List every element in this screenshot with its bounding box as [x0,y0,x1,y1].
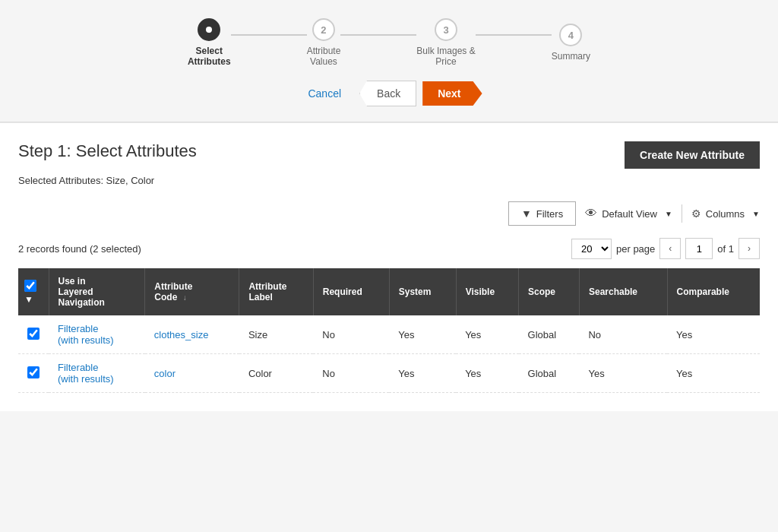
eye-icon: 👁 [585,207,597,220]
per-page-select[interactable]: 20 30 50 [571,239,612,259]
prev-page-button[interactable]: ‹ [659,238,681,259]
row-comparable: Yes [667,315,760,354]
filters-label: Filters [536,208,563,220]
columns-label: Columns [706,208,745,220]
row-visible: Yes [456,315,518,354]
row-system: Yes [389,354,456,393]
step-label-4: Summary [552,51,590,62]
step-circle-3: 3 [435,18,457,41]
page-number-input[interactable] [685,238,713,259]
select-dropdown-arrow[interactable]: ▼ [24,294,33,305]
th-comparable: Comparable [667,268,760,315]
row-visible: Yes [456,354,518,393]
row-use-layered-navigation: Filterable(with results) [49,354,145,393]
th-attribute-label: AttributeLabel [239,268,313,315]
row-select-checkbox[interactable] [27,328,40,340]
wizard-actions: Cancel Back Next [296,81,482,106]
wizard-step-2: 2 Attribute Values [307,18,341,67]
row-checkbox-cell [18,354,49,393]
selected-attributes-label: Selected Attributes: Size, Color [18,175,760,186]
sort-icon: ↓ [183,293,187,302]
toolbar-divider [682,204,682,223]
step-circle-4: 4 [559,24,582,46]
step-label-2: Attribute Values [307,46,341,67]
per-page-label: per page [616,243,655,255]
th-required: Required [313,268,389,315]
table-row: Filterable(with results)clothes_sizeSize… [18,315,760,354]
columns-selector[interactable]: ⚙ Columns ▼ [691,207,760,220]
step-circle-1: ● [198,18,220,41]
next-button[interactable]: Next [422,81,482,106]
th-scope: Scope [519,268,580,315]
view-dropdown-arrow: ▼ [665,210,672,218]
row-attribute-label: Size [239,315,313,354]
row-required: No [313,315,389,354]
row-scope: Global [519,315,580,354]
filters-button[interactable]: ▼ Filters [508,201,576,226]
row-attribute-code: color [145,354,239,393]
step-label-1: Select Attributes [188,46,231,67]
row-scope: Global [519,354,580,393]
table-row: Filterable(with results)colorColorNoYesY… [18,354,760,393]
row-system: Yes [389,315,456,354]
view-label: Default View [602,208,657,220]
wizard-header: ● Select Attributes 2 Attribute Values 3… [0,0,778,122]
step-circle-2: 2 [312,18,335,41]
row-attribute-label: Color [239,354,313,393]
page-of-label: of 1 [717,243,734,255]
wizard-step-1: ● Select Attributes [188,18,231,67]
main-content: Step 1: Select Attributes Create New Att… [0,123,778,411]
next-page-button[interactable]: › [738,238,760,259]
use-layered-link[interactable]: Filterable(with results) [58,362,114,385]
th-searchable: Searchable [579,268,667,315]
pagination-controls: 20 30 50 per page ‹ of 1 › [571,238,760,259]
th-select-all: ▼ [18,268,49,315]
row-comparable: Yes [667,354,760,393]
select-all-checkbox[interactable] [24,280,36,292]
row-checkbox-cell [18,315,49,354]
row-select-checkbox[interactable] [27,366,40,378]
filter-icon: ▼ [521,207,532,220]
step-dot: ● [206,24,212,36]
row-attribute-code: clothes_size [145,315,239,354]
row-searchable: Yes [579,354,667,393]
table-header-row: ▼ Use inLayeredNavigation AttributeCode … [18,268,760,315]
attribute-code-link[interactable]: color [154,368,176,379]
row-required: No [313,354,389,393]
th-use-layered-navigation: Use inLayeredNavigation [49,268,145,315]
attribute-code-link[interactable]: clothes_size [154,329,209,340]
th-attribute-code[interactable]: AttributeCode ↓ [145,268,239,315]
wizard-step-3: 3 Bulk Images & Price [416,18,475,67]
step-line-3 [476,34,552,36]
records-count: 2 records found (2 selected) [18,243,141,255]
page-title: Step 1: Select Attributes [18,141,197,161]
columns-dropdown-arrow: ▼ [752,210,760,218]
cancel-button[interactable]: Cancel [296,81,353,106]
wizard-step-4: 4 Summary [552,24,590,62]
toolbar: ▼ Filters 👁 Default View ▼ ⚙ Columns ▼ [18,201,760,226]
back-button[interactable]: Back [359,81,416,106]
view-selector[interactable]: 👁 Default View ▼ [585,207,672,220]
page-header: Step 1: Select Attributes Create New Att… [18,141,760,169]
pagination-bar: 2 records found (2 selected) 20 30 50 pe… [18,238,760,259]
create-new-attribute-button[interactable]: Create New Attribute [625,141,760,169]
gear-icon: ⚙ [691,207,701,220]
step-label-3: Bulk Images & Price [416,46,475,67]
row-use-layered-navigation: Filterable(with results) [49,315,145,354]
th-system: System [389,268,456,315]
row-searchable: No [579,315,667,354]
wizard-steps: ● Select Attributes 2 Attribute Values 3… [188,18,590,67]
step-line-2 [340,34,416,36]
attributes-table: ▼ Use inLayeredNavigation AttributeCode … [18,268,760,393]
use-layered-link[interactable]: Filterable(with results) [58,323,114,346]
th-visible: Visible [456,268,518,315]
step-line-1 [231,34,307,36]
